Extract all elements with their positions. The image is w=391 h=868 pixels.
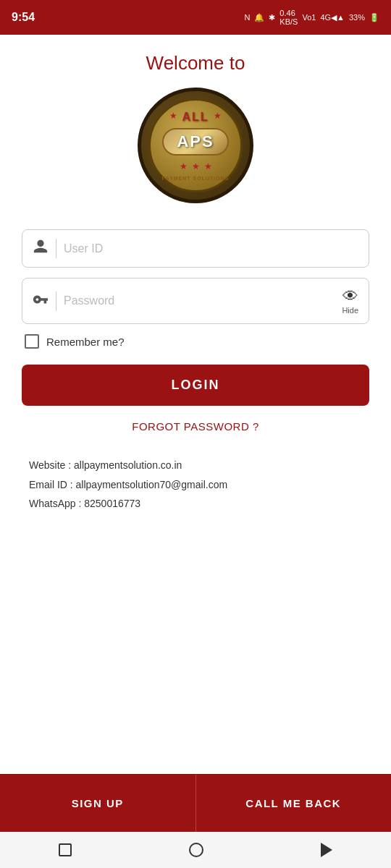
- userid-input[interactable]: [64, 242, 358, 255]
- userid-input-group: [22, 229, 369, 268]
- website-info: Website : allpaymentsolution.co.in: [29, 456, 362, 475]
- status-icons: N 🔔 ✱ 0.46KB/S Vo1 4G◀▲ 33% 🔋: [244, 9, 379, 26]
- android-nav-bar: [0, 832, 391, 868]
- star-2: ★: [214, 111, 222, 124]
- status-bar: 9:54 N 🔔 ✱ 0.46KB/S Vo1 4G◀▲ 33% 🔋: [0, 0, 391, 35]
- login-button[interactable]: LOGIN: [22, 365, 369, 406]
- signal-icon: 4G◀▲: [320, 13, 345, 22]
- sim-icon: Vo1: [302, 13, 316, 22]
- status-time: 9:54: [12, 11, 35, 24]
- bottom-nav: SIGN UP CALL ME BACK: [0, 774, 391, 832]
- nfc-icon: N: [244, 13, 250, 22]
- logo-inner: ★ ALL ★ APS ★ ★ ★ PAYMENT SOLUTIONS: [148, 98, 243, 192]
- star-1: ★: [169, 111, 177, 124]
- show-password-toggle[interactable]: 👁 Hide: [342, 287, 358, 315]
- stars-top: ★ ALL ★: [169, 111, 221, 124]
- info-section: Website : allpaymentsolution.co.in Email…: [22, 456, 369, 514]
- forgot-password-link[interactable]: FORGOT PASSWORD ?: [132, 420, 258, 433]
- star-5: ★: [204, 161, 212, 171]
- logo-subtitle: PAYMENT SOLUTIONS: [162, 176, 230, 181]
- logo-aps-text: APS: [177, 132, 214, 150]
- user-icon: [33, 239, 56, 258]
- battery-visual: 🔋: [369, 13, 379, 22]
- home-button[interactable]: [189, 843, 203, 857]
- logo-all-text: ALL: [182, 111, 209, 124]
- star-3: ★: [180, 161, 188, 171]
- stars-bottom: ★ ★ ★: [180, 161, 212, 171]
- main-content: Welcome to ★ ALL ★ APS ★ ★ ★ PAYMENT SOL…: [0, 35, 391, 528]
- logo-aps-bg: APS: [162, 128, 228, 156]
- remember-me-label: Remember me?: [46, 336, 125, 348]
- recent-apps-button[interactable]: [59, 843, 72, 856]
- email-info: Email ID : allpaymentsolution70@gmail.co…: [29, 475, 362, 495]
- password-input-group: 👁 Hide: [22, 278, 369, 324]
- whatsapp-info: WhatsApp : 8250016773: [29, 494, 362, 514]
- key-icon: [33, 292, 56, 311]
- remember-me-checkbox[interactable]: [25, 334, 39, 349]
- call-me-back-button[interactable]: CALL ME BACK: [196, 775, 392, 832]
- data-speed-icon: 0.46KB/S: [279, 9, 298, 26]
- back-button[interactable]: [321, 843, 332, 857]
- hide-label: Hide: [342, 306, 358, 315]
- eye-icon: 👁: [342, 287, 358, 306]
- vibrate-icon: 🔔: [254, 13, 264, 22]
- battery-icon: 33%: [349, 13, 365, 22]
- logo-container: ★ ALL ★ APS ★ ★ ★ PAYMENT SOLUTIONS: [138, 88, 253, 203]
- bluetooth-icon: ✱: [269, 13, 275, 22]
- remember-me-row: Remember me?: [22, 334, 369, 349]
- signup-button[interactable]: SIGN UP: [0, 775, 196, 832]
- star-4: ★: [192, 161, 200, 171]
- welcome-text: Welcome to: [146, 52, 245, 75]
- password-input[interactable]: [64, 294, 342, 307]
